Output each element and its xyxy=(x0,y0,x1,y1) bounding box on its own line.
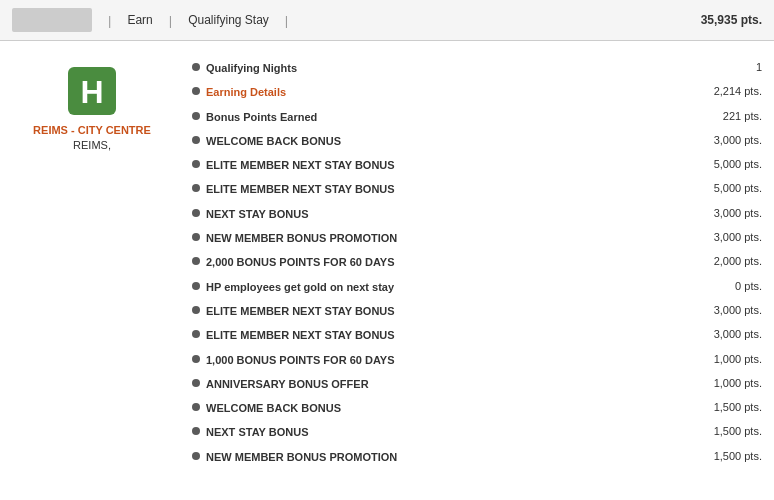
qualifying-stay-link[interactable]: Qualifying Stay xyxy=(188,13,269,27)
detail-value: 2,214 pts. xyxy=(702,85,762,97)
detail-label: Bonus Points Earned xyxy=(206,110,696,124)
holiday-inn-logo: H xyxy=(66,65,118,117)
detail-row: WELCOME BACK BONUS1,500 pts. xyxy=(192,401,762,415)
details-panel: Qualifying Nights1Earning Details2,214 p… xyxy=(192,61,762,474)
earn-link[interactable]: Earn xyxy=(127,13,152,27)
detail-row: Earning Details2,214 pts. xyxy=(192,85,762,99)
brand-logo xyxy=(12,8,92,32)
bullet-icon xyxy=(192,257,200,265)
bullet-icon xyxy=(192,330,200,338)
detail-label: 2,000 BONUS POINTS FOR 60 DAYS xyxy=(206,255,696,269)
detail-value: 5,000 pts. xyxy=(702,182,762,194)
detail-label: NEXT STAY BONUS xyxy=(206,207,696,221)
bullet-icon xyxy=(192,160,200,168)
detail-row: 2,000 BONUS POINTS FOR 60 DAYS2,000 pts. xyxy=(192,255,762,269)
detail-label: HP employees get gold on next stay xyxy=(206,280,696,294)
detail-value: 5,000 pts. xyxy=(702,158,762,170)
detail-label: WELCOME BACK BONUS xyxy=(206,134,696,148)
detail-row: WELCOME BACK BONUS3,000 pts. xyxy=(192,134,762,148)
detail-value: 3,000 pts. xyxy=(702,231,762,243)
detail-row: NEXT STAY BONUS1,500 pts. xyxy=(192,425,762,439)
bullet-icon xyxy=(192,379,200,387)
detail-label: ELITE MEMBER NEXT STAY BONUS xyxy=(206,304,696,318)
separator-2: | xyxy=(169,13,172,28)
detail-value: 1,000 pts. xyxy=(702,377,762,389)
svg-text:H: H xyxy=(80,74,103,110)
header-bar: | Earn | Qualifying Stay | 35,935 pts. xyxy=(0,0,774,41)
detail-label: ELITE MEMBER NEXT STAY BONUS xyxy=(206,182,696,196)
detail-label: NEW MEMBER BONUS PROMOTION xyxy=(206,450,696,464)
hotel-name: REIMS - CITY CENTRE xyxy=(33,123,151,137)
detail-label: Earning Details xyxy=(206,85,696,99)
detail-row: ANNIVERSARY BONUS OFFER1,000 pts. xyxy=(192,377,762,391)
detail-row: ELITE MEMBER NEXT STAY BONUS5,000 pts. xyxy=(192,158,762,172)
detail-value: 3,000 pts. xyxy=(702,304,762,316)
detail-label: ANNIVERSARY BONUS OFFER xyxy=(206,377,696,391)
detail-value: 0 pts. xyxy=(702,280,762,292)
detail-value: 1,000 pts. xyxy=(702,353,762,365)
hotel-panel: H REIMS - CITY CENTRE REIMS, xyxy=(12,61,172,474)
bullet-icon xyxy=(192,282,200,290)
bullet-icon xyxy=(192,87,200,95)
detail-value: 1,500 pts. xyxy=(702,425,762,437)
detail-row: Bonus Points Earned221 pts. xyxy=(192,110,762,124)
detail-row: NEW MEMBER BONUS PROMOTION3,000 pts. xyxy=(192,231,762,245)
bullet-icon xyxy=(192,112,200,120)
hotel-city: REIMS, xyxy=(73,139,111,151)
separator-3: | xyxy=(285,13,288,28)
bullet-icon xyxy=(192,63,200,71)
detail-label: 1,000 BONUS POINTS FOR 60 DAYS xyxy=(206,353,696,367)
detail-row: Qualifying Nights1 xyxy=(192,61,762,75)
detail-value: 3,000 pts. xyxy=(702,328,762,340)
bullet-icon xyxy=(192,209,200,217)
detail-row: HP employees get gold on next stay0 pts. xyxy=(192,280,762,294)
detail-value: 221 pts. xyxy=(702,110,762,122)
detail-label: NEW MEMBER BONUS PROMOTION xyxy=(206,231,696,245)
detail-row: ELITE MEMBER NEXT STAY BONUS3,000 pts. xyxy=(192,328,762,342)
detail-value: 1 xyxy=(702,61,762,73)
detail-row: NEXT STAY BONUS3,000 pts. xyxy=(192,207,762,221)
detail-row: ELITE MEMBER NEXT STAY BONUS5,000 pts. xyxy=(192,182,762,196)
detail-label: NEXT STAY BONUS xyxy=(206,425,696,439)
detail-value: 3,000 pts. xyxy=(702,134,762,146)
detail-value: 3,000 pts. xyxy=(702,207,762,219)
points-total: 35,935 pts. xyxy=(701,13,762,27)
bullet-icon xyxy=(192,184,200,192)
main-content: H REIMS - CITY CENTRE REIMS, Qualifying … xyxy=(0,41,774,494)
bullet-icon xyxy=(192,403,200,411)
detail-row: NEW MEMBER BONUS PROMOTION1,500 pts. xyxy=(192,450,762,464)
bullet-icon xyxy=(192,427,200,435)
detail-label: ELITE MEMBER NEXT STAY BONUS xyxy=(206,328,696,342)
detail-value: 1,500 pts. xyxy=(702,401,762,413)
bullet-icon xyxy=(192,136,200,144)
detail-label: ELITE MEMBER NEXT STAY BONUS xyxy=(206,158,696,172)
bullet-icon xyxy=(192,452,200,460)
detail-value: 2,000 pts. xyxy=(702,255,762,267)
bullet-icon xyxy=(192,355,200,363)
bullet-icon xyxy=(192,306,200,314)
separator-1: | xyxy=(108,13,111,28)
detail-row: 1,000 BONUS POINTS FOR 60 DAYS1,000 pts. xyxy=(192,353,762,367)
bullet-icon xyxy=(192,233,200,241)
detail-label: WELCOME BACK BONUS xyxy=(206,401,696,415)
detail-value: 1,500 pts. xyxy=(702,450,762,462)
detail-row: ELITE MEMBER NEXT STAY BONUS3,000 pts. xyxy=(192,304,762,318)
detail-label: Qualifying Nights xyxy=(206,61,696,75)
